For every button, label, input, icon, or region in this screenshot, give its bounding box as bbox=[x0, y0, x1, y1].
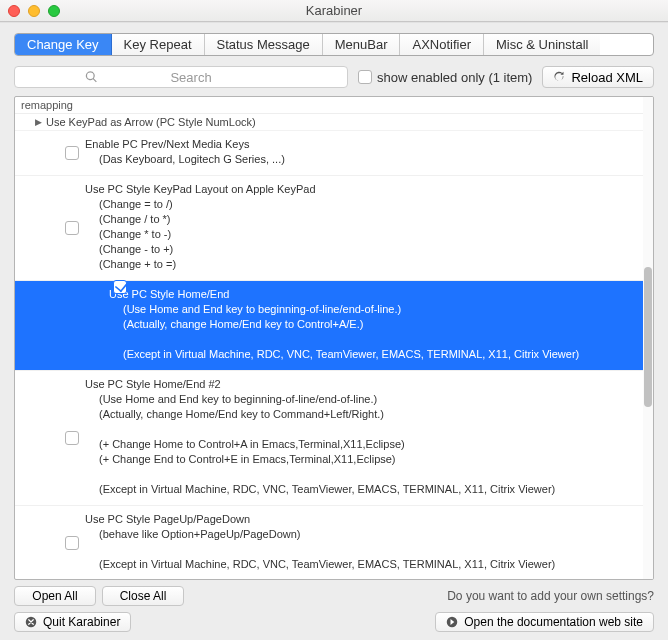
item-text: Use PC Style Home/End (Use Home and End … bbox=[109, 287, 633, 362]
show-enabled-only[interactable]: show enabled only (1 item) bbox=[358, 70, 532, 85]
tab-misc-uninstall[interactable]: Misc & Uninstall bbox=[484, 34, 600, 55]
open-docs-label: Open the documentation web site bbox=[464, 615, 643, 629]
minimize-window-button[interactable] bbox=[28, 5, 40, 17]
arrow-right-circle-icon bbox=[446, 616, 458, 628]
item-line: (Actually, change Home/End key to Contro… bbox=[109, 317, 633, 332]
item-title: Use PC Style Home/End #2 bbox=[85, 378, 221, 390]
item-line: (+ Change Home to Control+A in Emacs,Ter… bbox=[85, 437, 633, 452]
settings-list-viewport[interactable]: remapping ▶ Use KeyPad as Arrow (PC Styl… bbox=[15, 97, 643, 579]
window-title: Karabiner bbox=[306, 3, 362, 18]
list-item-home-end[interactable]: Use PC Style Home/End (Use Home and End … bbox=[15, 281, 643, 371]
item-checkbox[interactable] bbox=[65, 431, 79, 445]
item-checkbox[interactable] bbox=[65, 221, 79, 235]
list-item-keypad-layout[interactable]: Use PC Style KeyPad Layout on Apple KeyP… bbox=[15, 176, 643, 281]
item-title: Enable PC Prev/Next Media Keys bbox=[85, 138, 249, 150]
item-text: Use PC Style KeyPad Layout on Apple KeyP… bbox=[85, 182, 633, 272]
bottom-row-2: Quit Karabiner Open the documentation we… bbox=[14, 612, 654, 632]
item-line: (Change = to /) bbox=[85, 197, 633, 212]
tab-bar: Change Key Key Repeat Status Message Men… bbox=[14, 33, 654, 56]
item-line: (Except in Virtual Machine, RDC, VNC, Te… bbox=[109, 347, 633, 362]
tab-key-repeat[interactable]: Key Repeat bbox=[112, 34, 205, 55]
disclosure-triangle-icon[interactable]: ▶ bbox=[35, 117, 42, 127]
list-row-label: Use KeyPad as Arrow (PC Style NumLock) bbox=[46, 116, 256, 128]
close-circle-icon bbox=[25, 616, 37, 628]
open-all-label: Open All bbox=[32, 589, 77, 603]
item-line: (Actually, change Home/End key to Comman… bbox=[85, 407, 633, 422]
open-docs-button[interactable]: Open the documentation web site bbox=[435, 612, 654, 632]
item-line: (Change * to -) bbox=[85, 227, 633, 242]
quit-button[interactable]: Quit Karabiner bbox=[14, 612, 131, 632]
item-text: Enable PC Prev/Next Media Keys (Das Keyb… bbox=[85, 137, 633, 167]
reload-xml-label: Reload XML bbox=[571, 70, 643, 85]
item-line: (+ Change End to Control+E in Emacs,Term… bbox=[85, 452, 633, 467]
list-item-media-keys[interactable]: Enable PC Prev/Next Media Keys (Das Keyb… bbox=[15, 131, 643, 176]
tab-axnotifier[interactable]: AXNotifier bbox=[400, 34, 484, 55]
item-line: (Change + to =) bbox=[85, 257, 633, 272]
tab-status-message[interactable]: Status Message bbox=[205, 34, 323, 55]
list-item-home-end-2[interactable]: Use PC Style Home/End #2 (Use Home and E… bbox=[15, 371, 643, 506]
settings-list: remapping ▶ Use KeyPad as Arrow (PC Styl… bbox=[14, 96, 654, 580]
item-line: (Use Home and End key to beginning-of-li… bbox=[109, 302, 633, 317]
scrollbar[interactable] bbox=[643, 97, 653, 579]
list-item-pageup-pagedown[interactable]: Use PC Style PageUp/PageDown (behave lik… bbox=[15, 506, 643, 579]
reload-icon bbox=[553, 71, 565, 83]
item-title: Use PC Style Home/End bbox=[109, 288, 229, 300]
item-line: (Except in Virtual Machine, RDC, VNC, Te… bbox=[85, 482, 633, 497]
scrollbar-thumb[interactable] bbox=[644, 267, 652, 407]
add-settings-hint: Do you want to add your own settings? bbox=[447, 589, 654, 603]
tab-menubar[interactable]: MenuBar bbox=[323, 34, 401, 55]
tab-change-key[interactable]: Change Key bbox=[15, 34, 112, 55]
show-enabled-checkbox[interactable] bbox=[358, 70, 372, 84]
item-line: (Change / to *) bbox=[85, 212, 633, 227]
item-title: Use PC Style PageUp/PageDown bbox=[85, 513, 250, 525]
close-window-button[interactable] bbox=[8, 5, 20, 17]
window-controls bbox=[8, 5, 60, 17]
open-all-button[interactable]: Open All bbox=[14, 586, 96, 606]
item-text: Use PC Style Home/End #2 (Use Home and E… bbox=[85, 377, 633, 497]
window-body: Change Key Key Repeat Status Message Men… bbox=[0, 22, 668, 640]
search-icon bbox=[85, 71, 98, 84]
item-line: (behave like Option+PageUp/PageDown) bbox=[85, 527, 633, 542]
close-all-label: Close All bbox=[120, 589, 167, 603]
item-text: Use PC Style PageUp/PageDown (behave lik… bbox=[85, 512, 633, 572]
section-remapping: remapping bbox=[15, 97, 643, 114]
item-checkbox[interactable] bbox=[65, 536, 79, 550]
item-line: (Use Home and End key to beginning-of-li… bbox=[85, 392, 633, 407]
bottom-row-1: Open All Close All Do you want to add yo… bbox=[14, 586, 654, 606]
search-field-wrapper bbox=[14, 66, 348, 88]
list-row-keypad-arrow[interactable]: ▶ Use KeyPad as Arrow (PC Style NumLock) bbox=[15, 114, 643, 131]
zoom-window-button[interactable] bbox=[48, 5, 60, 17]
titlebar: Karabiner bbox=[0, 0, 668, 22]
reload-xml-button[interactable]: Reload XML bbox=[542, 66, 654, 88]
item-checkbox[interactable] bbox=[113, 280, 127, 294]
controls-row: show enabled only (1 item) Reload XML bbox=[14, 66, 654, 88]
item-checkbox[interactable] bbox=[65, 146, 79, 160]
item-title: Use PC Style KeyPad Layout on Apple KeyP… bbox=[85, 183, 316, 195]
item-line: (Das Keyboard, Logitech G Series, ...) bbox=[85, 152, 633, 167]
item-line: (Except in Virtual Machine, RDC, VNC, Te… bbox=[85, 557, 633, 572]
quit-label: Quit Karabiner bbox=[43, 615, 120, 629]
show-enabled-label: show enabled only (1 item) bbox=[377, 70, 532, 85]
close-all-button[interactable]: Close All bbox=[102, 586, 184, 606]
item-line: (Change - to +) bbox=[85, 242, 633, 257]
